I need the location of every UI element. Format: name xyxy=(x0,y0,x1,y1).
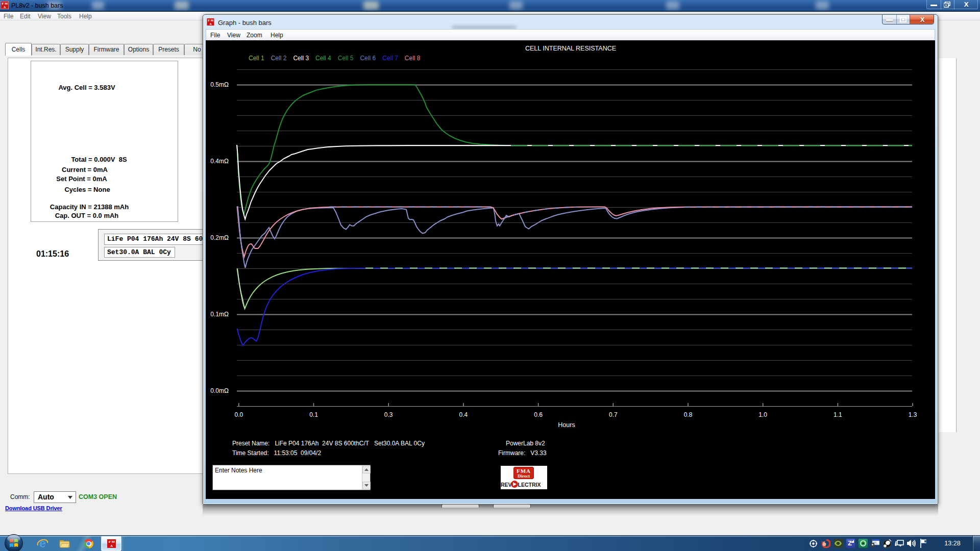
svg-text:F: F xyxy=(109,540,111,543)
svg-text:1.3: 1.3 xyxy=(909,411,917,418)
svg-text:0.5mΩ: 0.5mΩ xyxy=(210,81,229,88)
svg-text:0.4mΩ: 0.4mΩ xyxy=(210,158,229,165)
svg-text:0.6: 0.6 xyxy=(534,411,543,418)
svg-text:0.7: 0.7 xyxy=(609,411,618,418)
svg-text:M: M xyxy=(5,2,8,5)
svg-text:A: A xyxy=(4,5,6,9)
svg-text:0.8: 0.8 xyxy=(684,411,693,418)
svg-text:0.1mΩ: 0.1mΩ xyxy=(210,311,229,318)
svg-text:F: F xyxy=(208,19,210,22)
svg-text:A: A xyxy=(209,22,212,26)
svg-text:M: M xyxy=(111,540,115,543)
svg-text:1.0: 1.0 xyxy=(758,411,767,418)
svg-text:0.1: 0.1 xyxy=(309,411,318,418)
svg-text:0.0: 0.0 xyxy=(234,411,243,418)
svg-text:0.4: 0.4 xyxy=(459,411,468,418)
svg-text:F: F xyxy=(2,2,4,5)
svg-text:0.2mΩ: 0.2mΩ xyxy=(210,234,229,241)
svg-text:0.3: 0.3 xyxy=(384,411,393,418)
svg-text:M: M xyxy=(210,19,213,22)
svg-text:Hours: Hours xyxy=(558,421,575,429)
svg-text:0.0mΩ: 0.0mΩ xyxy=(210,387,229,394)
svg-text:1.1: 1.1 xyxy=(834,411,842,418)
svg-text:A: A xyxy=(110,544,113,547)
